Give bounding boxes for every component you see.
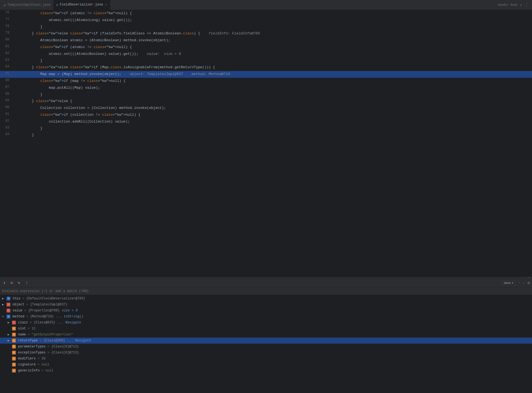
stop-watch-icon[interactable]: ⊗ [9,280,14,286]
line-content: Collection collection = (Collection) met… [14,105,532,112]
variable-row[interactable]: iparameterTypes={Class[0]@712} [0,344,532,350]
line-number: 83 [0,58,14,64]
line-content: } class="kw">else class="kw">if (Map.cla… [14,64,532,71]
variable-name: clazz [18,321,28,324]
code-line-88: 88 } [0,91,532,98]
variable-row[interactable]: isignature=null [0,362,532,368]
variable-row[interactable]: islot=11 [0,326,532,332]
variable-equals: = [48,345,49,349]
variable-extra-info[interactable]: size = 0 [62,309,78,312]
variable-equals: = [30,321,32,324]
language-selector[interactable]: Java ▾ [501,281,515,285]
move-up-icon[interactable]: ↑ [518,281,520,285]
debugger-panel: ⬆ ⊗ ✎ ⋮ Java ▾ ↑ ↓ ⊞ ▶≡this={DefaultFiel… [0,278,532,393]
code-line-85: 85 Map map = (Map) method.invoke(object)… [0,71,532,78]
variable-row[interactable]: ▶○clazz={Class@625}... Navigate [0,320,532,326]
line-content: AtomicBoolean atomic = (AtomicBoolean) m… [14,37,532,44]
move-down-icon[interactable]: ↓ [523,281,525,285]
tree-expander-icon[interactable]: ▶ [8,339,11,342]
tab-close-button[interactable]: ✕ [105,3,107,7]
variable-name: name [18,333,26,337]
language-arrow-icon: ▾ [512,281,514,285]
code-line-92: 92 collection.addAll((Collection) value)… [0,118,532,125]
line-content: } [14,132,532,139]
line-content: collection.addAll((Collection) value); [14,118,532,125]
line-content: Map map = (Map) method.invoke(object); o… [14,71,532,78]
variable-name: slot [18,327,26,331]
variable-row[interactable]: ▶iname="getOutputProperties" [0,332,532,338]
upload-icon[interactable]: ⬆ [2,280,7,286]
line-content: class="kw">if (atomic != class="kw">null… [14,10,532,17]
line-number: 82 [0,51,14,58]
variable-value: {TemplatesImpl@637} [30,303,67,306]
variable-equals: = [26,303,28,306]
tab-fielddeserializer[interactable]: ◎ FieldDeserializer.java ✕ [54,0,110,10]
variable-type-icon: i [12,345,16,349]
variable-value: {Class@625} [34,321,55,324]
variable-row[interactable]: iexceptionTypes={Class[0]@713} [0,350,532,356]
variable-type-icon: ○ [7,309,10,312]
line-content: } [14,58,532,64]
variable-value: {Class[0]@713} [51,351,79,355]
tab-label-templateimplchain: TemplateImplChain.java [7,3,51,7]
variable-row[interactable]: ▾≡method={Method@710}... toString() [0,314,532,320]
tree-expander-icon[interactable]: ▶ [8,321,11,324]
variable-name: parameterTypes [18,345,46,349]
variable-equals: = [28,327,30,331]
variable-value: 33 [42,357,45,361]
variable-equals: = [48,351,49,355]
line-number: 84 [0,64,14,71]
tree-expander-icon[interactable]: ▶ [2,297,5,300]
line-number: 77 [0,17,14,24]
line-number: 78 [0,24,14,31]
code-table: 76 class="kw">if (atomic != class="kw">n… [0,10,532,139]
tab-bar-right: Reader Mode ✓ ⋮ [498,2,531,8]
line-number: 80 [0,37,14,44]
variable-row[interactable]: ▶ireturnType={Class@288}... Navigate [0,338,532,344]
variable-equals: = [22,297,24,300]
variables-area[interactable]: ▶≡this={DefaultFieldDeserializer@705}▶○o… [0,295,532,393]
variable-equals: = [28,333,30,337]
variable-row[interactable]: igenericInfo=null [0,368,532,374]
code-line-93: 93 } [0,125,532,132]
more-options-icon[interactable]: ⋮ [24,280,30,286]
variable-row[interactable]: ▶○object={TemplatesImpl@637} [0,302,532,308]
variable-row[interactable]: imodifiers=33 [0,356,532,362]
variable-value: {Method@710} [30,315,54,318]
variable-row[interactable]: ○value={Properties@709}size = 0 [0,308,532,314]
variable-extra-info[interactable]: ... Navigate [67,339,91,343]
code-line-84: 84 } class="kw">else class="kw">if (Map.… [0,64,532,71]
line-content: } [14,91,532,98]
variable-row[interactable]: ▶≡this={DefaultFieldDeserializer@705} [0,296,532,302]
code-line-87: 87 map.putAll((Map) value); [0,85,532,91]
line-number: 94 [0,132,14,139]
code-editor[interactable]: 76 class="kw">if (atomic != class="kw">n… [0,10,532,277]
tab-bar-more-icon[interactable]: ⋮ [524,2,529,8]
variable-extra-info[interactable]: ... toString() [56,315,84,318]
variable-type-icon: ≡ [7,297,10,300]
variable-value: {Class@288} [43,339,65,343]
tree-expander-icon[interactable]: ▶ [8,333,11,336]
line-content: class="kw">if (atomic != class="kw">null… [14,44,532,51]
tab-templateimplchain[interactable]: ◎ TemplateImplChain.java [1,0,54,10]
code-line-86: 86 class="kw">if (map != class="kw">null… [0,78,532,85]
line-number: 86 [0,78,14,85]
variable-type-icon: i [12,327,16,331]
grid-layout-icon[interactable]: ⊞ [528,281,530,285]
variable-type-icon: i [12,351,16,355]
tree-expander-icon[interactable]: ▶ [2,303,5,306]
expression-input[interactable] [2,289,530,293]
line-number: 92 [0,118,14,125]
line-content: class="kw">if (map != class="kw">null) { [14,78,532,85]
tree-expander-icon[interactable]: ▾ [2,315,5,318]
variable-type-icon: i [12,339,16,343]
edit-watch-icon[interactable]: ✎ [17,280,21,286]
java-file-icon-active: ◎ [56,3,58,7]
line-content: map.putAll((Map) value); [14,85,532,91]
variable-type-icon: ≡ [7,315,10,318]
tab-bar-left: ◎ TemplateImplChain.java ◎ FieldDeserial… [1,0,110,10]
variable-extra-info[interactable]: ... Navigate [57,321,81,324]
line-number: 76 [0,10,14,17]
reader-mode-check-icon[interactable]: ✓ [520,3,522,7]
code-line-79: 79 } class="kw">else class="kw">if (fiel… [0,30,532,37]
